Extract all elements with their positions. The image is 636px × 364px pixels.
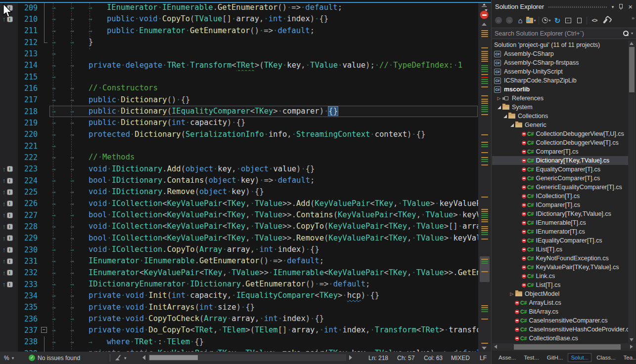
issues-indicator[interactable]: ✓ No issues found [29, 352, 80, 364]
code-text[interactable]: →→void·IDictionary.Remove(object·key)·{} [49, 186, 478, 198]
outlining-margin[interactable] [40, 233, 49, 244]
tree-hscrollbar[interactable] [492, 343, 636, 351]
code-text[interactable]: →→→where·TRet·:·TElem·{} [49, 336, 478, 348]
line-number[interactable]: 236 [18, 315, 40, 324]
expanded-arrow-icon[interactable] [509, 123, 515, 127]
code-text[interactable]: → [49, 140, 478, 152]
panel-tab[interactable]: GitH... [544, 353, 566, 362]
code-line[interactable]: ↑I223→→void·IDictionary.Add(object·key,·… [0, 163, 491, 175]
tree-item[interactable]: C#Assembly-CSharp-firstpass [492, 58, 629, 67]
scroll-up-arrow-icon[interactable] [630, 42, 634, 45]
scrollbar-thumb[interactable] [149, 355, 198, 360]
hscroll-left-arrow-icon[interactable] [142, 355, 145, 360]
tree-item[interactable]: GenericComparer[T].cs [492, 174, 629, 183]
gutter[interactable]: ↑I [0, 233, 18, 244]
line-number[interactable]: 237 [18, 326, 40, 335]
code-line[interactable]: ↑I224→→bool·IDictionary.Contains(object·… [0, 175, 491, 186]
tree-item[interactable]: BitArray.cs [492, 307, 629, 316]
tree-item[interactable]: Comparer[T].cs [492, 147, 629, 156]
tree-item[interactable]: CollectionDebuggerView[T,U].cs [492, 129, 629, 138]
scroll-down-arrow-icon[interactable] [630, 338, 634, 341]
code-text[interactable]: →→public·Dictionary()·{} [49, 94, 478, 106]
chevron-down-icon[interactable]: ▾ [548, 18, 550, 23]
implements-up-arrow-icon[interactable]: ↑ [2, 189, 6, 195]
interface-badge-icon[interactable]: I [7, 166, 13, 172]
interface-badge-icon[interactable]: I [7, 235, 13, 241]
gutter[interactable] [0, 140, 18, 152]
line-number[interactable]: 222 [18, 153, 40, 162]
code-text[interactable]: →→IEnumerator·IEnumerable.GetEnumerator(… [49, 255, 478, 267]
gutter[interactable]: ↑I [0, 255, 18, 267]
outlining-margin[interactable] [40, 140, 49, 152]
tree-item[interactable]: Dictionary[TKey,TValue].cs [492, 156, 629, 165]
tree-item[interactable]: C#mscorlib [492, 85, 629, 94]
implements-up-arrow-icon[interactable]: ↑ [2, 223, 6, 230]
implements-up-arrow-icon[interactable]: ↑ [2, 258, 6, 264]
gutter[interactable] [0, 117, 18, 128]
gutter[interactable] [0, 302, 18, 313]
code-line[interactable]: 215→ [0, 71, 491, 82]
code-line[interactable]: ↑I210→→→public·void·CopyTo(TValue[]·arra… [0, 13, 491, 25]
code-line[interactable]: 239→→private·static·KeyValuePair<TKey,·T… [0, 348, 491, 352]
code-line[interactable]: ↑I229→→bool·ICollection<KeyValuePair<TKe… [0, 233, 491, 244]
outlining-margin[interactable] [40, 106, 49, 117]
code-text[interactable]: →→bool·IDictionary.Contains(object·key)·… [49, 175, 478, 186]
interface-badge-icon[interactable]: I [7, 270, 13, 276]
outlining-margin[interactable] [40, 255, 49, 267]
code-line[interactable]: 212→→} [0, 37, 491, 48]
code-line[interactable]: ↑I231→→IEnumerator·IEnumerable.GetEnumer… [0, 255, 491, 267]
gutter[interactable] [0, 152, 18, 163]
line-number[interactable]: 227 [18, 211, 40, 220]
code-line[interactable]: 218→→public·Dictionary(IEqualityComparer… [0, 106, 491, 117]
expanded-arrow-icon[interactable] [496, 106, 502, 109]
expanded-arrow-icon[interactable] [502, 115, 508, 118]
line-number[interactable]: 218 [18, 107, 40, 116]
collapse-region-icon[interactable]: − [41, 327, 47, 333]
code-text[interactable]: →→IDictionaryEnumerator·IDictionary.GetE… [49, 279, 478, 290]
outlining-margin[interactable] [40, 2, 49, 13]
gutter[interactable]: ↑I [0, 175, 18, 186]
code-text[interactable]: →→private·static·KeyValuePair<TKey,·TVal… [49, 348, 478, 352]
editor-scrollbar[interactable] [478, 2, 491, 352]
line-number[interactable]: 238 [18, 337, 40, 346]
interface-badge-icon[interactable]: I [7, 224, 13, 230]
gutter[interactable] [0, 348, 18, 352]
code-text[interactable]: →→private·delegate·TRet·Transform<TRet>(… [49, 60, 478, 71]
outlining-margin[interactable] [40, 221, 49, 232]
interface-badge-icon[interactable]: I [7, 212, 13, 218]
line-number[interactable]: 213 [18, 49, 40, 58]
implements-up-arrow-icon[interactable]: ↑ [2, 201, 6, 207]
zoom-control[interactable]: % ▾ [4, 352, 14, 364]
gutter[interactable] [0, 71, 18, 82]
tree-item[interactable]: IEnumerator[T].cs [492, 227, 629, 236]
tree-item[interactable]: CaseInsensitiveComparer.cs [492, 316, 629, 325]
pending-changes-filter-button[interactable]: ▾ [542, 15, 551, 26]
tree-item[interactable]: System [492, 103, 629, 112]
code-line[interactable]: ↑I230→→void·ICollection.CopyTo(Array·arr… [0, 244, 491, 255]
line-number[interactable]: 216 [18, 84, 40, 93]
code-text[interactable]: →→public·Dictionary(IEqualityComparer<TK… [49, 106, 478, 117]
line-number[interactable]: 234 [18, 291, 40, 300]
gutter[interactable] [0, 336, 18, 348]
code-line[interactable]: 217→→public·Dictionary()·{} [0, 94, 491, 106]
tree-item[interactable]: C#Assembly-CSharp [492, 49, 629, 58]
search-input[interactable] [492, 30, 623, 37]
code-line[interactable]: ↑I226→→void·ICollection<KeyValuePair<TKe… [0, 198, 491, 209]
outlining-margin[interactable] [40, 290, 49, 301]
collapsed-arrow-icon[interactable]: ▷ [496, 96, 502, 101]
line-number[interactable]: 210 [18, 15, 40, 24]
outlining-margin[interactable] [40, 48, 49, 59]
code-text[interactable]: →→private·void·InitArrays(int·size)·{} [49, 302, 478, 313]
line-number[interactable]: 223 [18, 164, 40, 173]
outlining-margin[interactable] [40, 313, 49, 324]
code-area[interactable]: ↑I209→→→IEnumerator·IEnumerable.GetEnume… [0, 2, 491, 352]
toolbar-overflow-icon[interactable]: » [632, 15, 635, 21]
tree-item[interactable]: IComparer[T].cs [492, 201, 629, 209]
line-number[interactable]: 226 [18, 199, 40, 208]
tree-item[interactable]: EqualityComparer[T].cs [492, 165, 629, 174]
home-button[interactable]: ⌂ [515, 15, 525, 26]
code-text[interactable]: →→bool·ICollection<KeyValuePair<TKey,·TV… [49, 209, 478, 221]
code-line[interactable]: ↑I209→→→IEnumerator·IEnumerable.GetEnume… [0, 2, 491, 13]
code-line[interactable]: 234→→private·void·Init(int·capacity,·IEq… [0, 290, 491, 301]
back-button[interactable]: ← [494, 15, 503, 26]
